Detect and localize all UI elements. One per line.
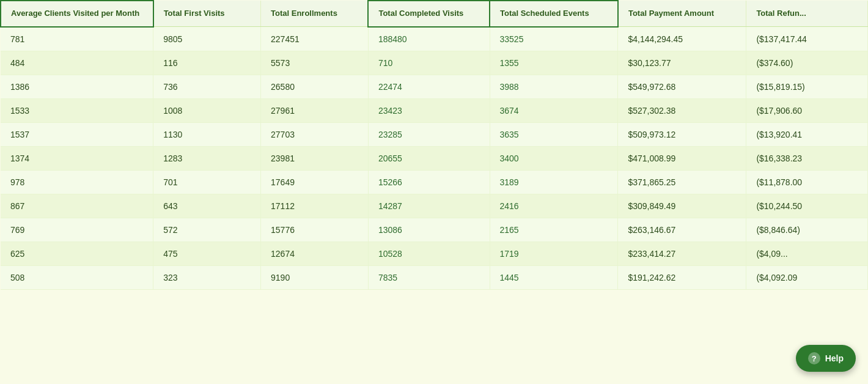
cell-avg: 978 [1,170,153,194]
cell-enroll: 9190 [261,265,369,289]
cell-payment: $509,973.12 [618,122,746,146]
cell-scheduled: 33525 [490,27,618,51]
cell-refund: ($8,846.64) [746,218,868,242]
cell-enroll: 15776 [261,218,369,242]
table-row: 781980522745118848033525$4,144,294.45($1… [1,27,868,51]
cell-refund: ($374.60) [746,51,868,75]
help-button[interactable]: ? Help [796,345,856,372]
cell-avg: 1537 [1,122,153,146]
col-header-completed[interactable]: Total Completed Visits [368,1,490,27]
cell-refund: ($15,819.15) [746,75,868,98]
cell-first: 736 [153,75,261,98]
cell-first: 1283 [153,146,261,170]
cell-scheduled: 3189 [490,170,618,194]
cell-avg: 625 [1,242,153,265]
cell-first: 701 [153,170,261,194]
cell-avg: 508 [1,265,153,289]
cell-scheduled: 2165 [490,218,618,242]
cell-first: 1008 [153,98,261,122]
cell-completed: 23423 [368,98,490,122]
cell-enroll: 17649 [261,170,369,194]
cell-enroll: 23981 [261,146,369,170]
cell-completed: 710 [368,51,490,75]
data-table-container: Average Clients Visited per Month Total … [0,0,868,384]
cell-completed: 15266 [368,170,490,194]
cell-enroll: 12674 [261,242,369,265]
cell-refund: ($11,878.00 [746,170,868,194]
cell-first: 1130 [153,122,261,146]
cell-payment: $4,144,294.45 [618,27,746,51]
col-header-refund[interactable]: Total Refun... [746,1,868,27]
col-header-enroll[interactable]: Total Enrollments [261,1,369,27]
cell-completed: 20655 [368,146,490,170]
cell-completed: 23285 [368,122,490,146]
cell-refund: ($137,417.44 [746,27,868,51]
cell-avg: 1386 [1,75,153,98]
cell-scheduled: 1445 [490,265,618,289]
cell-completed: 7835 [368,265,490,289]
cell-avg: 1533 [1,98,153,122]
cell-scheduled: 2416 [490,194,618,218]
cell-refund: ($4,09... [746,242,868,265]
cell-payment: $471,008.99 [618,146,746,170]
cell-first: 9805 [153,27,261,51]
cell-payment: $30,123.77 [618,51,746,75]
cell-first: 116 [153,51,261,75]
cell-scheduled: 1355 [490,51,618,75]
cell-enroll: 5573 [261,51,369,75]
cell-first: 475 [153,242,261,265]
table-row: 508323919078351445$191,242.62($4,092.09 [1,265,868,289]
cell-avg: 484 [1,51,153,75]
cell-enroll: 27703 [261,122,369,146]
cell-scheduled: 3674 [490,98,618,122]
table-row: 48411655737101355$30,123.77($374.60) [1,51,868,75]
cell-refund: ($16,338.23 [746,146,868,170]
cell-payment: $263,146.67 [618,218,746,242]
table-header-row: Average Clients Visited per Month Total … [1,1,868,27]
cell-refund: ($4,092.09 [746,265,868,289]
cell-avg: 769 [1,218,153,242]
cell-completed: 22474 [368,75,490,98]
col-header-first[interactable]: Total First Visits [153,1,261,27]
cell-enroll: 26580 [261,75,369,98]
cell-scheduled: 1719 [490,242,618,265]
cell-payment: $371,865.25 [618,170,746,194]
table-row: 62547512674105281719$233,414.27($4,09... [1,242,868,265]
cell-scheduled: 3400 [490,146,618,170]
cell-payment: $233,414.27 [618,242,746,265]
table-row: 1533100827961234233674$527,302.38($17,90… [1,98,868,122]
cell-completed: 188480 [368,27,490,51]
col-header-scheduled[interactable]: Total Scheduled Events [490,1,618,27]
table-row: 97870117649152663189$371,865.25($11,878.… [1,170,868,194]
col-header-avg[interactable]: Average Clients Visited per Month [1,1,153,27]
table-row: 1537113027703232853635$509,973.12($13,92… [1,122,868,146]
table-row: 76957215776130862165$263,146.67($8,846.6… [1,218,868,242]
cell-refund: ($17,906.60 [746,98,868,122]
cell-avg: 867 [1,194,153,218]
help-icon: ? [808,352,820,364]
cell-completed: 14287 [368,194,490,218]
col-header-payment[interactable]: Total Payment Amount [618,1,746,27]
data-table: Average Clients Visited per Month Total … [0,0,868,290]
cell-enroll: 227451 [261,27,369,51]
table-row: 138673626580224743988$549,972.68($15,819… [1,75,868,98]
cell-first: 572 [153,218,261,242]
cell-scheduled: 3635 [490,122,618,146]
cell-payment: $549,972.68 [618,75,746,98]
table-row: 86764317112142872416$309,849.49($10,244.… [1,194,868,218]
cell-enroll: 27961 [261,98,369,122]
cell-scheduled: 3988 [490,75,618,98]
cell-completed: 13086 [368,218,490,242]
cell-payment: $527,302.38 [618,98,746,122]
cell-first: 323 [153,265,261,289]
cell-refund: ($10,244.50 [746,194,868,218]
cell-payment: $309,849.49 [618,194,746,218]
cell-first: 643 [153,194,261,218]
cell-refund: ($13,920.41 [746,122,868,146]
cell-avg: 781 [1,27,153,51]
help-label: Help [825,353,844,363]
table-row: 1374128323981206553400$471,008.99($16,33… [1,146,868,170]
cell-payment: $191,242.62 [618,265,746,289]
cell-avg: 1374 [1,146,153,170]
cell-enroll: 17112 [261,194,369,218]
